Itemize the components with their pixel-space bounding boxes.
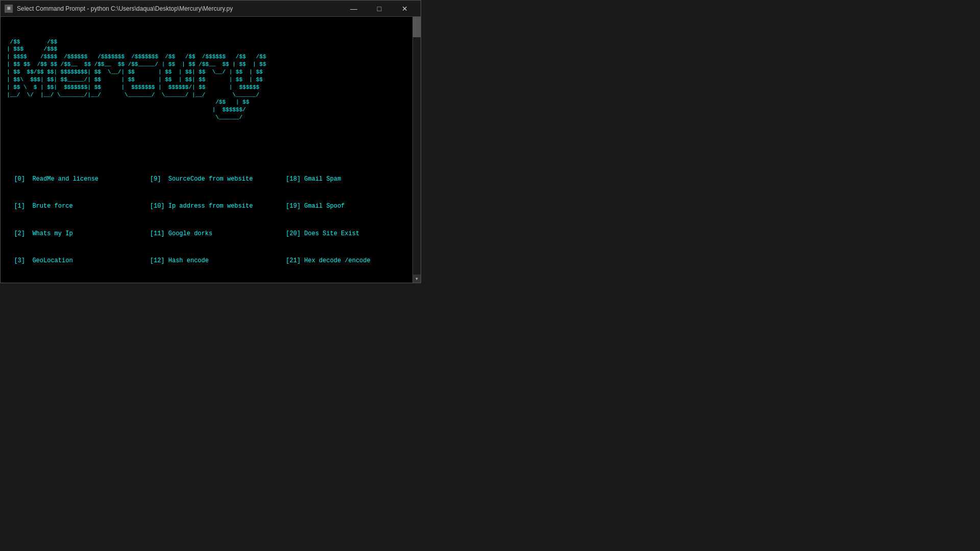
maximize-button[interactable]: □: [368, 1, 391, 17]
close-button[interactable]: ✕: [393, 1, 416, 17]
scrollbar-down[interactable]: ▼: [413, 274, 421, 283]
minimize-button[interactable]: —: [342, 1, 365, 17]
scrollbar-thumb[interactable]: [413, 17, 421, 37]
menu-col-1: [0] ReadMe and license [1] Brute force […: [7, 157, 142, 283]
terminal-window: ■ Select Command Prompt - python C:\User…: [0, 0, 421, 283]
menu-item-21: [21] Hex decode /encode: [279, 256, 414, 266]
window-controls: — □ ✕: [342, 1, 416, 17]
scrollbar[interactable]: ▲ ▼: [412, 17, 421, 283]
menu-item-9: [9] SourceCode from website: [142, 174, 278, 185]
menu-item-18: [18] Gmail Spam: [279, 174, 414, 185]
menu-item-1: [1] Brute force: [7, 202, 142, 212]
menu-item-11: [11] Google dorks: [142, 229, 278, 239]
menu-item-12: [12] Hash encode: [142, 256, 278, 266]
window-icon: ■: [5, 5, 13, 13]
menu-item-20: [20] Does Site Exist: [279, 229, 414, 239]
menu-item-0: [0] ReadMe and license: [7, 174, 142, 185]
menu-item-2: [2] Whats my Ip: [7, 229, 142, 239]
terminal-area[interactable]: /$$ /$$ | $$$ /$$$ | $$$$ /$$$$ /$$$$$$ …: [1, 17, 421, 283]
menu-item-10: [10] Ip address from website: [142, 202, 278, 212]
ascii-art-banner: /$$ /$$ | $$$ /$$$ | $$$$ /$$$$ /$$$$$$ …: [7, 38, 414, 121]
menu-item-3: [3] GeoLocation: [7, 256, 142, 266]
terminal-content: /$$ /$$ | $$$ /$$$ | $$$$ /$$$$ /$$$$$$ …: [7, 21, 414, 283]
title-bar: ■ Select Command Prompt - python C:\User…: [1, 1, 421, 17]
menu-grid: [0] ReadMe and license [1] Brute force […: [7, 157, 414, 283]
window-title: Select Command Prompt - python C:\Users\…: [17, 5, 342, 12]
menu-col-2: [9] SourceCode from website [10] Ip addr…: [142, 157, 278, 283]
menu-col-3: [18] Gmail Spam [19] Gmail Spoof [20] Do…: [279, 157, 414, 283]
menu-item-19: [19] Gmail Spoof: [279, 202, 414, 212]
